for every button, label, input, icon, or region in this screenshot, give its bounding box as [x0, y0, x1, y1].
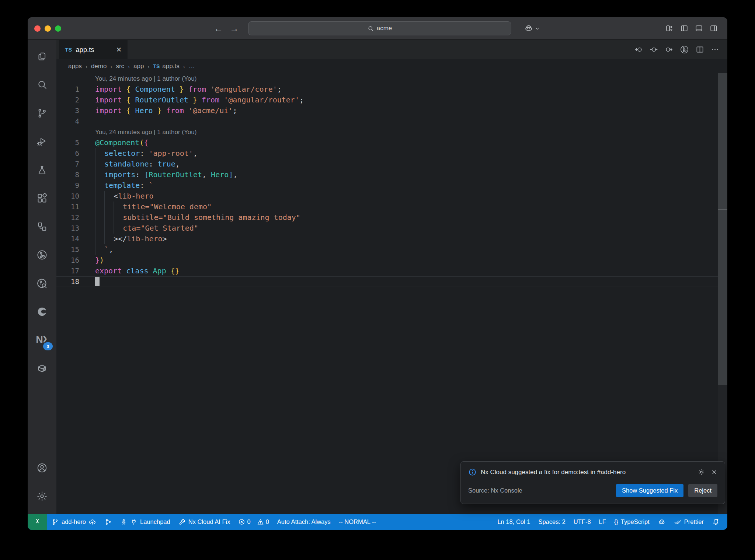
- activitybar-item-hierarchy[interactable]: [28, 212, 56, 241]
- nav-forward-icon[interactable]: [665, 45, 673, 54]
- activitybar-item-settings-gear[interactable]: [28, 482, 56, 510]
- code-text: [95, 276, 718, 287]
- reject-button[interactable]: Reject: [688, 484, 717, 497]
- eol-item[interactable]: LF: [595, 514, 610, 530]
- close-window-button[interactable]: [34, 25, 41, 32]
- nav-back-icon[interactable]: [634, 45, 643, 54]
- indent-guide: [95, 212, 104, 223]
- graph-circle-icon[interactable]: [680, 45, 689, 54]
- indentation-item[interactable]: Spaces: 2: [534, 514, 569, 530]
- activitybar-item-accounts[interactable]: [28, 454, 56, 482]
- minimize-window-button[interactable]: [45, 25, 51, 32]
- formatter-item[interactable]: Prettier: [670, 514, 708, 530]
- code-line-18[interactable]: 18: [56, 276, 718, 287]
- code-line-7[interactable]: 7standalone: true,: [56, 159, 718, 169]
- code-line-14[interactable]: 14></lib-hero>: [56, 234, 718, 244]
- breadcrumb-item-src[interactable]: src: [116, 63, 124, 70]
- more-actions-icon[interactable]: [711, 45, 719, 54]
- code-line-15[interactable]: 15`,: [56, 244, 718, 255]
- activitybar-item-nx-console[interactable]: N❯3: [28, 326, 56, 354]
- code-line-2[interactable]: 2import { RouterOutlet } from '@angular/…: [56, 95, 718, 105]
- git-branch-item[interactable]: add-hero: [47, 514, 100, 530]
- zoom-window-button[interactable]: [55, 25, 61, 32]
- close-tab-icon[interactable]: ✕: [116, 46, 122, 54]
- scrollbar-track[interactable]: [718, 73, 727, 514]
- scrollbar-slider[interactable]: [718, 73, 727, 385]
- launchpad-item[interactable]: Launchpad: [116, 514, 174, 530]
- editor-body[interactable]: You, 24 minutes ago | 1 author (You)1imp…: [56, 73, 727, 514]
- breadcrumb-separator: ›: [110, 63, 112, 70]
- encoding-item[interactable]: UTF-8: [570, 514, 595, 530]
- customize-layout-icon[interactable]: [665, 24, 674, 32]
- toggle-panel-left-icon[interactable]: [680, 24, 688, 32]
- code-line-3[interactable]: 3import { Hero } from '@acme/ui';: [56, 105, 718, 116]
- vim-mode-item[interactable]: -- NORMAL --: [335, 514, 380, 530]
- activitybar-item-source-control-graph[interactable]: [28, 241, 56, 269]
- code-line-10[interactable]: 10<lib-hero: [56, 191, 718, 202]
- activitybar-item-containers[interactable]: [28, 354, 56, 382]
- split-editor-icon[interactable]: [696, 45, 704, 54]
- code-line-1[interactable]: 1import { Component } from '@angular/cor…: [56, 84, 718, 95]
- blame-annotation-line[interactable]: You, 24 minutes ago | 1 author (You): [56, 127, 718, 137]
- activitybar-item-run-debug[interactable]: [28, 127, 56, 155]
- activitybar-item-source-control[interactable]: [28, 99, 56, 127]
- language-item-label: TypeScript: [621, 518, 650, 525]
- error-circle-count: 0: [238, 518, 250, 525]
- line-number: 12: [56, 212, 79, 223]
- indent-guide: [95, 180, 104, 191]
- show-suggested-fix-button[interactable]: Show Suggested Fix: [616, 484, 683, 497]
- breadcrumb-item-[interactable]: …: [189, 63, 195, 70]
- breadcrumb-separator: ›: [147, 63, 149, 70]
- notifications-item[interactable]: [708, 514, 724, 530]
- auto-attach-item[interactable]: Auto Attach: Always: [273, 514, 335, 530]
- code-line-11[interactable]: 11title="Welcmoe demo": [56, 202, 718, 212]
- remote-indicator-item[interactable]: [28, 514, 47, 530]
- cursor-position-item[interactable]: Ln 18, Col 1: [493, 514, 534, 530]
- copilot-menu[interactable]: [524, 17, 540, 39]
- notification-close-icon[interactable]: [711, 469, 717, 475]
- activitybar-item-edge-browser[interactable]: [28, 297, 56, 326]
- code-line-4[interactable]: 4: [56, 116, 718, 127]
- code-line-16[interactable]: 16}): [56, 255, 718, 266]
- activitybar-item-testing[interactable]: [28, 155, 56, 184]
- nav-current-icon[interactable]: [650, 45, 658, 54]
- code-line-17[interactable]: 17export class App {}: [56, 266, 718, 276]
- problems-item[interactable]: 00: [234, 514, 273, 530]
- breadcrumb-item-demo[interactable]: demo: [91, 63, 107, 70]
- activitybar-item-search[interactable]: [28, 70, 56, 99]
- launchpad-item-label: Launchpad: [140, 518, 170, 525]
- line-number: 7: [56, 159, 79, 169]
- line-number: [56, 73, 79, 84]
- git-graph-item[interactable]: [100, 514, 116, 530]
- code-line-12[interactable]: 12subtitle="Build something amazing toda…: [56, 212, 718, 223]
- blame-annotation-line[interactable]: You, 24 minutes ago | 1 author (You): [56, 73, 718, 84]
- copilot-item[interactable]: [654, 514, 670, 530]
- breadcrumb-item-appts[interactable]: app.ts: [162, 63, 179, 70]
- tab-app-ts[interactable]: TS app.ts ✕: [59, 40, 128, 59]
- code-line-5[interactable]: 5@Component({: [56, 137, 718, 148]
- overview-ruler-mark: [718, 209, 727, 210]
- nx-cloud-fix-item[interactable]: Nx Cloud AI Fix: [174, 514, 234, 530]
- search-icon: [36, 79, 48, 90]
- activitybar-item-commit-search[interactable]: [28, 269, 56, 297]
- code-line-13[interactable]: 13cta="Get Started": [56, 223, 718, 234]
- breadcrumb-item-app[interactable]: app: [133, 63, 144, 70]
- activitybar-item-explorer[interactable]: [28, 42, 56, 70]
- indent-guide: [95, 159, 104, 169]
- line-number: 13: [56, 223, 79, 234]
- forward-arrow-icon[interactable]: →: [230, 23, 239, 34]
- activitybar-item-extensions[interactable]: [28, 184, 56, 212]
- code-line-9[interactable]: 9template: `: [56, 180, 718, 191]
- line-number: 11: [56, 202, 79, 212]
- code-line-6[interactable]: 6selector: 'app-root',: [56, 148, 718, 159]
- code-line-8[interactable]: 8imports: [RouterOutlet, Hero],: [56, 169, 718, 180]
- breadcrumb-separator: ›: [128, 63, 130, 70]
- nx-badge: 3: [43, 342, 53, 350]
- toggle-panel-bottom-icon[interactable]: [695, 24, 703, 32]
- language-item[interactable]: {}TypeScript: [610, 514, 654, 530]
- notification-settings-gear-icon[interactable]: [698, 469, 705, 476]
- breadcrumb-item-apps[interactable]: apps: [68, 63, 82, 70]
- back-arrow-icon[interactable]: ←: [214, 23, 223, 34]
- toggle-panel-right-icon[interactable]: [710, 24, 718, 32]
- command-center-search[interactable]: acme: [248, 21, 511, 35]
